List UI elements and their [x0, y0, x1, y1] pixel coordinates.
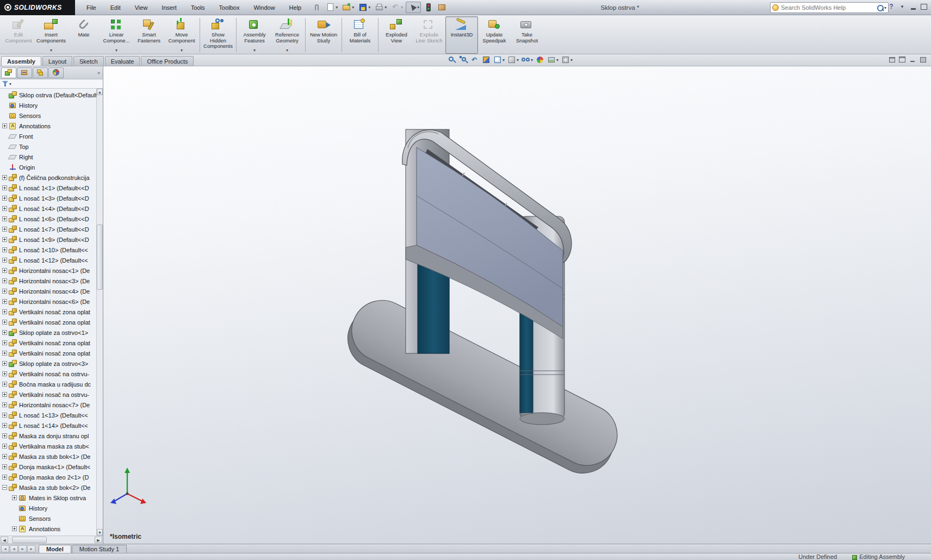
tree-item[interactable]: Sklop ostrva (Default<Default — [0, 90, 96, 100]
tree-expand-toggle[interactable] — [2, 299, 7, 304]
tree-item[interactable]: Maska za stub bok<2> (De — [0, 482, 96, 493]
scrollbar-thumb[interactable] — [97, 225, 103, 290]
chevron-down-icon[interactable]: ▾ — [517, 58, 519, 63]
document-tab[interactable]: Motion Study 1 — [72, 545, 127, 553]
window-control-icon[interactable] — [886, 2, 896, 11]
tree-item[interactable]: Sklop oplate za ostrvo<1> — [0, 327, 96, 338]
tree-item[interactable]: Vertikalni nosač na ostrvu- — [0, 389, 96, 400]
tree-expand-toggle[interactable] — [2, 196, 7, 201]
panel-tab[interactable] — [48, 67, 64, 78]
quick-toolbar-button[interactable] — [311, 2, 323, 13]
tree-item[interactable]: Maska za stub bok<1> (De — [0, 451, 96, 462]
scroll-up-icon[interactable]: ▲ — [97, 89, 103, 95]
dropdown-caret-icon[interactable]: ▾ — [368, 5, 370, 10]
tree-expand-toggle[interactable] — [2, 402, 7, 407]
command-button[interactable]: Linear Compone... ▾ — [100, 16, 133, 54]
view-tool-button[interactable]: ▾ — [493, 55, 505, 64]
tab-scroll-arrow-icon[interactable]: ▸ — [27, 545, 35, 552]
ribbon-tab[interactable]: Assembly — [1, 56, 41, 66]
tree-expand-toggle[interactable] — [2, 289, 7, 294]
window-control-icon[interactable] — [919, 2, 929, 11]
panel-tab[interactable] — [17, 67, 32, 78]
tree-item[interactable]: L nosač 1<7> (Default<<D — [0, 224, 96, 234]
view-tool-button[interactable]: ▾ — [507, 55, 519, 64]
quick-toolbar-button[interactable] — [422, 2, 435, 13]
window-control-icon[interactable] — [908, 2, 918, 11]
tree-item[interactable]: Sensors — [0, 513, 96, 524]
tree-item[interactable]: Horizontalni nosac<6> (De — [0, 296, 96, 307]
tree-item[interactable]: History — [0, 100, 96, 110]
quick-toolbar-button[interactable]: ▾ — [340, 2, 356, 13]
tree-item[interactable]: L nosač 1<3> (Default<<D — [0, 193, 96, 203]
command-button[interactable]: Mate — [67, 16, 100, 54]
ribbon-tab[interactable]: Sketch — [73, 56, 104, 66]
tree-item[interactable]: L nosač 1<12> (Default<< — [0, 255, 96, 265]
chevron-down-icon[interactable]: ▾ — [181, 48, 183, 53]
tree-expand-toggle[interactable] — [2, 247, 7, 252]
panel-tabs-overflow-button[interactable]: » — [96, 70, 102, 76]
menu-item[interactable]: Window — [247, 2, 281, 13]
view-tool-button[interactable]: ▾ — [547, 55, 559, 64]
tree-expand-toggle[interactable] — [2, 258, 7, 263]
panel-tab[interactable] — [33, 67, 48, 78]
quick-toolbar-button[interactable]: ▾ — [373, 2, 388, 13]
tree-expand-toggle[interactable] — [2, 278, 7, 283]
command-button[interactable]: Move Component ▾ — [165, 16, 198, 54]
command-button[interactable]: Instant3D — [445, 16, 478, 54]
tree-expand-toggle[interactable] — [12, 495, 17, 500]
tree-item[interactable]: L nosač 1<13> (Default<< — [0, 410, 96, 420]
tree-expand-toggle[interactable] — [2, 206, 7, 211]
tree-expand-toggle[interactable] — [2, 320, 7, 325]
menu-item[interactable]: Help — [283, 2, 308, 13]
tree-expand-toggle[interactable] — [2, 237, 7, 242]
view-tool-button[interactable] — [447, 55, 457, 64]
command-button[interactable]: Insert Components ▾ — [35, 16, 67, 54]
tab-scroll-arrow-icon[interactable]: ◂ — [10, 545, 18, 552]
tree-item[interactable]: Top — [0, 141, 96, 152]
tree-expand-toggle[interactable] — [2, 454, 7, 459]
tree-expand-toggle[interactable] — [2, 433, 7, 438]
model-canvas[interactable] — [103, 66, 931, 544]
view-tool-button[interactable]: ▾ — [561, 55, 573, 64]
menu-item[interactable]: Edit — [104, 2, 127, 13]
tree-item[interactable]: Maska za donju stranu opl — [0, 431, 96, 441]
tree-horizontal-scrollbar[interactable]: ◀ ▶ — [0, 536, 103, 544]
tree-item[interactable]: L nosač 1<9> (Default<<D — [0, 234, 96, 245]
tree-expand-toggle[interactable] — [2, 413, 7, 418]
tree-expand-toggle[interactable] — [2, 423, 7, 428]
tree-item[interactable]: Sensors — [0, 110, 96, 121]
chevron-down-icon[interactable]: ▾ — [50, 48, 52, 53]
menu-item[interactable]: File — [80, 2, 102, 13]
tree-item[interactable]: Mates in Sklop ostrva — [0, 493, 96, 503]
tree-expand-toggle[interactable] — [2, 309, 7, 314]
tree-item[interactable]: Vertikalni nosač zona oplat — [0, 348, 96, 358]
graphics-viewport[interactable]: *Isometric — [103, 66, 931, 544]
scroll-down-icon[interactable]: ▼ — [97, 529, 103, 536]
tree-expand-toggle[interactable] — [2, 475, 7, 480]
tree-item[interactable]: Front — [0, 131, 96, 141]
command-button[interactable]: Exploded View — [380, 16, 413, 54]
command-button[interactable]: Bill of Materials — [344, 16, 376, 54]
tree-item[interactable]: Horizontalni nosac<7> (De — [0, 400, 96, 410]
chevron-down-icon[interactable]: ▾ — [253, 48, 256, 53]
command-button[interactable]: Assembly Features ▾ — [238, 16, 271, 54]
command-button[interactable]: Take Snapshot — [511, 16, 543, 54]
dropdown-caret-icon[interactable]: ▾ — [401, 5, 403, 10]
chevron-down-icon[interactable]: ▾ — [502, 58, 505, 63]
document-window-control-icon[interactable] — [919, 56, 927, 63]
quick-toolbar-button[interactable]: ▾ — [389, 2, 405, 13]
view-tool-button[interactable] — [535, 55, 545, 64]
view-tool-button[interactable] — [458, 55, 468, 64]
quick-toolbar-button[interactable]: ▾ — [324, 2, 339, 13]
dropdown-caret-icon[interactable]: ▾ — [336, 5, 338, 10]
document-tab[interactable]: Model — [39, 545, 71, 553]
tree-expand-toggle[interactable] — [2, 382, 7, 387]
tree-item[interactable]: Origin — [0, 162, 96, 172]
tree-expand-toggle[interactable] — [2, 485, 7, 490]
search-input[interactable] — [779, 4, 877, 11]
help-search-box[interactable]: ▾ — [770, 2, 889, 13]
ribbon-tab[interactable]: Office Products — [141, 56, 194, 66]
view-tool-button[interactable] — [470, 55, 480, 64]
command-button[interactable]: Smart Fasteners — [133, 16, 165, 54]
document-window-control-icon[interactable] — [888, 56, 896, 63]
